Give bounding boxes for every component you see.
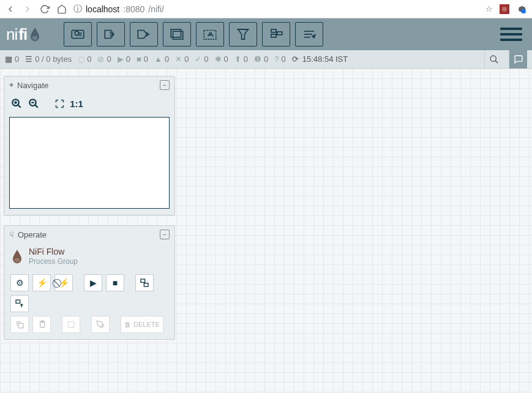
- bulletin-board-button[interactable]: [509, 50, 527, 69]
- enable-button[interactable]: ⚡: [32, 274, 51, 291]
- status-queued: ☰0 / 0 bytes: [25, 54, 72, 64]
- status-bar: ▦0 ☰0 / 0 bytes ◌0 ⊘0 ▶0 ■0 ▲0 ✕0 ✓0 ✱0 …: [0, 50, 532, 69]
- zoom-out-button[interactable]: [26, 96, 41, 111]
- svg-rect-29: [144, 283, 148, 286]
- status-not-transmitting: ⊘0: [97, 54, 111, 64]
- bookmark-icon[interactable]: ☆: [485, 4, 493, 13]
- url-port: :8080: [123, 4, 144, 14]
- svg-rect-11: [271, 34, 276, 37]
- svg-line-19: [495, 61, 498, 63]
- home-button[interactable]: [56, 4, 67, 15]
- birdseye-view[interactable]: [9, 117, 170, 209]
- flow-type: Process Group: [29, 257, 78, 266]
- zoom-in-button[interactable]: [9, 96, 24, 111]
- start-button[interactable]: ▶: [84, 274, 102, 291]
- svg-point-27: [15, 258, 20, 262]
- svg-rect-34: [68, 322, 73, 328]
- paste-button: [32, 316, 51, 333]
- svg-point-18: [490, 56, 496, 61]
- status-stale: ⬆0: [234, 54, 248, 64]
- svg-line-13: [276, 31, 277, 33]
- svg-rect-10: [271, 29, 276, 32]
- svg-rect-30: [16, 300, 20, 303]
- status-running: ▶0: [118, 54, 130, 64]
- status-transmitting: ◌0: [78, 54, 91, 64]
- url-path: /nifi/: [148, 4, 164, 14]
- navigate-title: Navigate: [17, 81, 156, 90]
- svg-rect-12: [277, 32, 282, 35]
- copy-button: [10, 316, 29, 333]
- status-locally-modified: ✱0: [215, 54, 228, 64]
- add-process-group-button[interactable]: [163, 22, 191, 47]
- svg-line-21: [18, 105, 21, 108]
- delete-button: 🗑DELETE: [121, 316, 163, 333]
- add-funnel-button[interactable]: [229, 22, 257, 47]
- configure-button[interactable]: ⚙: [10, 274, 29, 291]
- url-host: localhost: [86, 4, 119, 14]
- flow-name: NiFi Flow: [29, 247, 78, 257]
- global-menu-button[interactable]: [500, 23, 522, 45]
- disable-button[interactable]: ⚡⃠: [54, 274, 73, 291]
- forward-button[interactable]: [22, 4, 33, 15]
- compass-icon: ⌖: [9, 80, 13, 90]
- site-info-icon[interactable]: ⓘ: [73, 4, 82, 15]
- svg-rect-31: [18, 323, 23, 328]
- svg-point-1: [502, 7, 507, 12]
- address-bar[interactable]: ⓘ localhost:8080/nifi/: [73, 4, 479, 15]
- extension-icon-1[interactable]: [499, 4, 510, 15]
- add-remote-process-group-button[interactable]: [196, 22, 224, 47]
- browser-toolbar: ⓘ localhost:8080/nifi/ ☆: [0, 0, 532, 18]
- zoom-actual-button[interactable]: 1:1: [69, 96, 84, 111]
- navigate-panel: ⌖ Navigate − ⛶ 1:1: [4, 76, 175, 215]
- nifi-logo: nifi: [6, 25, 42, 44]
- back-button[interactable]: [5, 4, 16, 15]
- operate-title: Operate: [18, 230, 156, 239]
- svg-line-25: [35, 105, 38, 108]
- add-template-button[interactable]: [262, 22, 290, 47]
- svg-point-8: [209, 33, 211, 35]
- status-up-to-date: ✓0: [195, 54, 208, 64]
- svg-line-14: [276, 33, 277, 36]
- collapse-navigate-button[interactable]: −: [160, 80, 170, 90]
- add-label-button[interactable]: [295, 22, 323, 47]
- svg-rect-2: [522, 9, 526, 13]
- extension-icon-2[interactable]: [516, 4, 527, 15]
- status-last-refresh: ⟳15:48:54 IST: [292, 54, 348, 64]
- svg-point-3: [32, 36, 38, 40]
- status-sync-failure: ?0: [274, 54, 285, 64]
- zoom-fit-button[interactable]: ⛶: [52, 96, 67, 111]
- color-button: [91, 316, 110, 333]
- group-button: [62, 316, 80, 333]
- nifi-header: nifi: [0, 18, 532, 50]
- status-locally-modified-stale: ❶0: [254, 54, 268, 64]
- status-stopped: ■0: [137, 54, 148, 64]
- status-invalid: ▲0: [154, 54, 169, 64]
- hand-icon: ☟: [9, 230, 14, 239]
- drop-icon: [10, 249, 24, 264]
- status-disabled: ✕0: [175, 54, 189, 64]
- stop-button[interactable]: ■: [106, 274, 124, 291]
- operate-panel: ☟ Operate − NiFi Flow Process Group ⚙ ⚡ …: [4, 225, 175, 340]
- search-button[interactable]: [484, 50, 503, 69]
- reload-button[interactable]: [39, 4, 50, 15]
- add-input-port-button[interactable]: [97, 22, 125, 47]
- svg-rect-28: [141, 279, 145, 282]
- collapse-operate-button[interactable]: −: [160, 230, 170, 239]
- upload-template-button[interactable]: [10, 295, 29, 312]
- create-template-button[interactable]: [135, 274, 154, 291]
- flow-canvas[interactable]: ⌖ Navigate − ⛶ 1:1 ☟ Operate − NiFi Flow…: [0, 69, 532, 393]
- add-processor-button[interactable]: [64, 22, 92, 47]
- add-output-port-button[interactable]: [130, 22, 158, 47]
- status-active-threads: ▦0: [5, 54, 19, 64]
